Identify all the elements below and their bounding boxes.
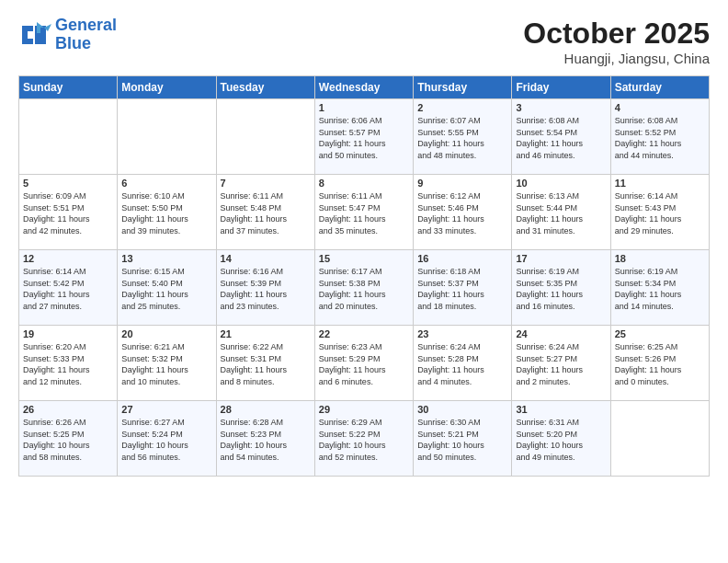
cell-week3-day6: 18Sunrise: 6:19 AMSunset: 5:34 PMDayligh… xyxy=(610,250,709,326)
week-row-2: 5Sunrise: 6:09 AMSunset: 5:51 PMDaylight… xyxy=(19,175,710,250)
weekday-header-row: Sunday Monday Tuesday Wednesday Thursday… xyxy=(19,76,710,99)
cell-week1-day3: 1Sunrise: 6:06 AMSunset: 5:57 PMDaylight… xyxy=(314,99,413,175)
day-info: Sunrise: 6:30 AMSunset: 5:21 PMDaylight:… xyxy=(417,417,507,463)
day-number: 31 xyxy=(516,404,606,415)
day-number: 3 xyxy=(516,102,606,113)
day-number: 5 xyxy=(23,178,113,189)
cell-week5-day6 xyxy=(610,401,709,477)
day-info: Sunrise: 6:14 AMSunset: 5:43 PMDaylight:… xyxy=(615,190,705,236)
cell-week4-day4: 23Sunrise: 6:24 AMSunset: 5:28 PMDayligh… xyxy=(414,326,512,401)
cell-week3-day3: 15Sunrise: 6:17 AMSunset: 5:38 PMDayligh… xyxy=(314,250,413,326)
day-info: Sunrise: 6:13 AMSunset: 5:44 PMDaylight:… xyxy=(516,190,606,236)
day-info: Sunrise: 6:28 AMSunset: 5:23 PMDaylight:… xyxy=(221,417,311,463)
day-info: Sunrise: 6:08 AMSunset: 5:54 PMDaylight:… xyxy=(516,115,606,161)
day-number: 15 xyxy=(319,253,409,264)
day-info: Sunrise: 6:17 AMSunset: 5:38 PMDaylight:… xyxy=(319,266,409,312)
cell-week5-day4: 30Sunrise: 6:30 AMSunset: 5:21 PMDayligh… xyxy=(414,401,512,477)
header: General Blue October 2025 Huangji, Jiang… xyxy=(18,17,710,66)
cell-week1-day4: 2Sunrise: 6:07 AMSunset: 5:55 PMDaylight… xyxy=(414,99,512,175)
cell-week1-day5: 3Sunrise: 6:08 AMSunset: 5:54 PMDaylight… xyxy=(512,99,610,175)
cell-week3-day5: 17Sunrise: 6:19 AMSunset: 5:35 PMDayligh… xyxy=(512,250,610,326)
cell-week5-day0: 26Sunrise: 6:26 AMSunset: 5:25 PMDayligh… xyxy=(19,401,118,477)
day-number: 23 xyxy=(417,328,507,339)
day-info: Sunrise: 6:14 AMSunset: 5:42 PMDaylight:… xyxy=(23,266,113,312)
week-row-1: 1Sunrise: 6:06 AMSunset: 5:57 PMDaylight… xyxy=(19,99,710,175)
cell-week2-day6: 11Sunrise: 6:14 AMSunset: 5:43 PMDayligh… xyxy=(610,175,709,250)
day-number: 12 xyxy=(23,253,113,264)
day-number: 1 xyxy=(319,102,409,113)
cell-week4-day0: 19Sunrise: 6:20 AMSunset: 5:33 PMDayligh… xyxy=(19,326,118,401)
day-number: 28 xyxy=(221,404,311,415)
cell-week2-day4: 9Sunrise: 6:12 AMSunset: 5:46 PMDaylight… xyxy=(414,175,512,250)
logo-line2: Blue xyxy=(55,34,91,52)
cell-week1-day1 xyxy=(118,99,216,175)
header-wednesday: Wednesday xyxy=(314,76,413,99)
logo-line1: General xyxy=(55,16,117,34)
day-info: Sunrise: 6:19 AMSunset: 5:35 PMDaylight:… xyxy=(516,266,606,312)
day-number: 2 xyxy=(417,102,507,113)
day-number: 20 xyxy=(121,328,211,339)
cell-week4-day6: 25Sunrise: 6:25 AMSunset: 5:26 PMDayligh… xyxy=(610,326,709,401)
cell-week4-day1: 20Sunrise: 6:21 AMSunset: 5:32 PMDayligh… xyxy=(118,326,216,401)
day-info: Sunrise: 6:18 AMSunset: 5:37 PMDaylight:… xyxy=(417,266,507,312)
day-number: 19 xyxy=(23,328,113,339)
cell-week2-day1: 6Sunrise: 6:10 AMSunset: 5:50 PMDaylight… xyxy=(118,175,216,250)
cell-week1-day6: 4Sunrise: 6:08 AMSunset: 5:52 PMDaylight… xyxy=(610,99,709,175)
day-number: 25 xyxy=(615,328,705,339)
day-info: Sunrise: 6:11 AMSunset: 5:48 PMDaylight:… xyxy=(221,190,311,236)
day-number: 24 xyxy=(516,328,606,339)
week-row-5: 26Sunrise: 6:26 AMSunset: 5:25 PMDayligh… xyxy=(19,401,710,477)
day-info: Sunrise: 6:19 AMSunset: 5:34 PMDaylight:… xyxy=(615,266,705,312)
day-info: Sunrise: 6:07 AMSunset: 5:55 PMDaylight:… xyxy=(417,115,507,161)
day-number: 11 xyxy=(615,178,705,189)
day-number: 6 xyxy=(121,178,211,189)
day-info: Sunrise: 6:26 AMSunset: 5:25 PMDaylight:… xyxy=(23,417,113,463)
day-number: 9 xyxy=(417,178,507,189)
cell-week5-day1: 27Sunrise: 6:27 AMSunset: 5:24 PMDayligh… xyxy=(118,401,216,477)
day-info: Sunrise: 6:16 AMSunset: 5:39 PMDaylight:… xyxy=(221,266,311,312)
day-number: 22 xyxy=(319,328,409,339)
day-number: 30 xyxy=(417,404,507,415)
day-info: Sunrise: 6:06 AMSunset: 5:57 PMDaylight:… xyxy=(319,115,409,161)
day-info: Sunrise: 6:24 AMSunset: 5:27 PMDaylight:… xyxy=(516,341,606,387)
cell-week2-day0: 5Sunrise: 6:09 AMSunset: 5:51 PMDaylight… xyxy=(19,175,118,250)
day-info: Sunrise: 6:29 AMSunset: 5:22 PMDaylight:… xyxy=(319,417,409,463)
logo-text: General Blue xyxy=(55,17,117,53)
cell-week1-day2 xyxy=(216,99,314,175)
day-info: Sunrise: 6:10 AMSunset: 5:50 PMDaylight:… xyxy=(121,190,211,236)
day-number: 4 xyxy=(615,102,705,113)
header-tuesday: Tuesday xyxy=(216,76,314,99)
day-number: 18 xyxy=(615,253,705,264)
cell-week3-day4: 16Sunrise: 6:18 AMSunset: 5:37 PMDayligh… xyxy=(414,250,512,326)
header-thursday: Thursday xyxy=(414,76,512,99)
day-number: 14 xyxy=(221,253,311,264)
cell-week3-day1: 13Sunrise: 6:15 AMSunset: 5:40 PMDayligh… xyxy=(118,250,216,326)
day-number: 17 xyxy=(516,253,606,264)
day-number: 13 xyxy=(121,253,211,264)
day-info: Sunrise: 6:31 AMSunset: 5:20 PMDaylight:… xyxy=(516,417,606,463)
header-saturday: Saturday xyxy=(610,76,709,99)
day-number: 21 xyxy=(221,328,311,339)
cell-week5-day5: 31Sunrise: 6:31 AMSunset: 5:20 PMDayligh… xyxy=(512,401,610,477)
week-row-4: 19Sunrise: 6:20 AMSunset: 5:33 PMDayligh… xyxy=(19,326,710,401)
day-info: Sunrise: 6:20 AMSunset: 5:33 PMDaylight:… xyxy=(23,341,113,387)
day-info: Sunrise: 6:24 AMSunset: 5:28 PMDaylight:… xyxy=(417,341,507,387)
day-number: 26 xyxy=(23,404,113,415)
page: General Blue October 2025 Huangji, Jiang… xyxy=(0,0,728,563)
day-info: Sunrise: 6:12 AMSunset: 5:46 PMDaylight:… xyxy=(417,190,507,236)
cell-week3-day2: 14Sunrise: 6:16 AMSunset: 5:39 PMDayligh… xyxy=(216,250,314,326)
day-number: 27 xyxy=(121,404,211,415)
day-info: Sunrise: 6:27 AMSunset: 5:24 PMDaylight:… xyxy=(121,417,211,463)
cell-week1-day0 xyxy=(19,99,118,175)
cell-week5-day2: 28Sunrise: 6:28 AMSunset: 5:23 PMDayligh… xyxy=(216,401,314,477)
day-number: 8 xyxy=(319,178,409,189)
cell-week4-day3: 22Sunrise: 6:23 AMSunset: 5:29 PMDayligh… xyxy=(314,326,413,401)
day-info: Sunrise: 6:11 AMSunset: 5:47 PMDaylight:… xyxy=(319,190,409,236)
day-info: Sunrise: 6:23 AMSunset: 5:29 PMDaylight:… xyxy=(319,341,409,387)
cell-week2-day3: 8Sunrise: 6:11 AMSunset: 5:47 PMDaylight… xyxy=(314,175,413,250)
calendar-table: Sunday Monday Tuesday Wednesday Thursday… xyxy=(18,75,710,477)
day-number: 7 xyxy=(221,178,311,189)
header-sunday: Sunday xyxy=(19,76,118,99)
day-info: Sunrise: 6:22 AMSunset: 5:31 PMDaylight:… xyxy=(221,341,311,387)
week-row-3: 12Sunrise: 6:14 AMSunset: 5:42 PMDayligh… xyxy=(19,250,710,326)
